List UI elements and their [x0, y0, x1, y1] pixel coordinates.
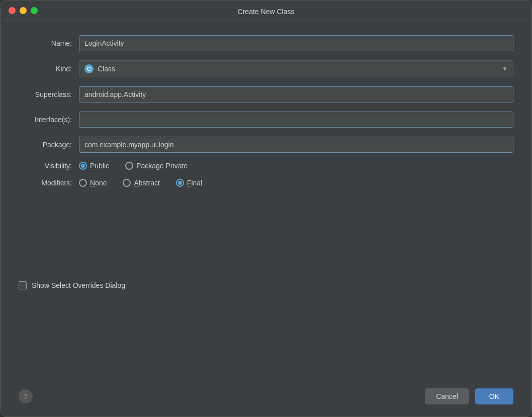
dialog-footer: ? Cancel OK [1, 380, 531, 416]
modifier-final-option[interactable]: Final [176, 179, 202, 187]
spacer-bottom [19, 299, 513, 366]
modifier-none-label: None [90, 179, 107, 187]
modifier-abstract-option[interactable]: Abstract [123, 179, 159, 187]
visibility-radio-group: Public Package Private [79, 162, 513, 170]
modifier-final-label: Final [187, 179, 202, 187]
kind-select-display[interactable]: C Class ▼ [79, 60, 513, 77]
interfaces-row: Interface(s): [19, 112, 513, 128]
kind-select-wrapper[interactable]: C Class ▼ [79, 60, 513, 77]
package-label: Package: [19, 141, 79, 149]
show-overrides-checkbox[interactable] [19, 281, 27, 289]
window-controls [9, 7, 38, 14]
title-bar: Create New Class [1, 1, 531, 21]
modifiers-label: Modifiers: [19, 179, 79, 187]
modifier-none-radio[interactable] [79, 179, 87, 187]
kind-icon: C [84, 64, 94, 73]
package-input[interactable] [79, 137, 513, 153]
interfaces-label: Interface(s): [19, 116, 79, 124]
radio-dot [81, 164, 85, 168]
modifiers-radio-group: None Abstract Final [79, 179, 513, 187]
superclass-row: Superclass: [19, 86, 513, 102]
visibility-package-private-option[interactable]: Package Private [125, 162, 188, 170]
modifier-abstract-label: Abstract [134, 179, 159, 187]
visibility-row: Visibility: Public Package Private [19, 162, 513, 170]
kind-row: Kind: C Class ▼ [19, 60, 513, 77]
ok-button[interactable]: OK [475, 388, 513, 404]
visibility-public-label: Public [90, 162, 109, 170]
name-row: Name: [19, 35, 513, 51]
checkbox-row: Show Select Overrides Dialog [19, 281, 513, 289]
divider [19, 271, 513, 271]
name-input[interactable] [79, 35, 513, 51]
interfaces-input[interactable] [79, 112, 513, 128]
minimize-button[interactable] [20, 7, 27, 14]
kind-label: Kind: [19, 65, 79, 73]
name-label: Name: [19, 39, 79, 47]
footer-buttons: Cancel OK [425, 388, 513, 404]
kind-value: Class [98, 65, 115, 73]
chevron-down-icon: ▼ [502, 65, 508, 72]
modifier-abstract-radio[interactable] [123, 179, 131, 187]
close-button[interactable] [9, 7, 16, 14]
package-row: Package: [19, 137, 513, 153]
visibility-package-private-radio[interactable] [125, 162, 133, 170]
superclass-input[interactable] [79, 86, 513, 102]
create-new-class-dialog: Create New Class Name: Kind: C Class ▼ S… [0, 0, 532, 417]
modifier-none-option[interactable]: None [79, 179, 107, 187]
dialog-body: Name: Kind: C Class ▼ Superclass: Interf… [1, 21, 531, 380]
spacer [19, 196, 513, 263]
cancel-button[interactable]: Cancel [425, 388, 469, 404]
superclass-label: Superclass: [19, 90, 79, 98]
help-button[interactable]: ? [19, 389, 33, 403]
modifiers-row: Modifiers: None Abstract Final [19, 179, 513, 187]
visibility-label: Visibility: [19, 162, 79, 170]
dialog-title: Create New Class [238, 8, 295, 16]
show-overrides-label: Show Select Overrides Dialog [32, 281, 125, 289]
visibility-public-radio[interactable] [79, 162, 87, 170]
modifier-final-radio[interactable] [176, 179, 184, 187]
visibility-package-private-label: Package Private [136, 162, 188, 170]
maximize-button[interactable] [31, 7, 38, 14]
radio-dot-final [178, 181, 182, 185]
visibility-public-option[interactable]: Public [79, 162, 109, 170]
